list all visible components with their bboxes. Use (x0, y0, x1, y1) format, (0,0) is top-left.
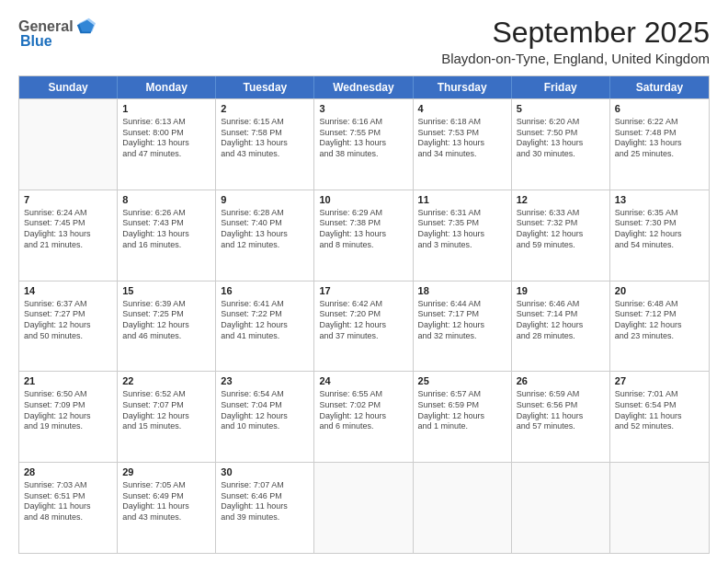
calendar-header: SundayMondayTuesdayWednesdayThursdayFrid… (19, 76, 709, 98)
day-number: 24 (319, 374, 407, 388)
cell-info-line: Sunrise: 6:16 AM (319, 117, 407, 128)
cell-info-line: Daylight: 12 hours (122, 411, 210, 422)
cell-info-line: Daylight: 12 hours (24, 411, 112, 422)
header-day-monday: Monday (118, 76, 216, 98)
cell-info-line: Sunset: 7:09 PM (24, 400, 112, 411)
calendar-cell: 12Sunrise: 6:33 AMSunset: 7:32 PMDayligh… (512, 190, 610, 281)
cell-info-line: Sunset: 7:50 PM (517, 128, 605, 139)
cell-info-line: and 54 minutes. (615, 240, 704, 251)
calendar-cell (414, 463, 512, 553)
cell-info-line: Sunrise: 6:28 AM (221, 208, 309, 219)
day-number: 30 (221, 465, 309, 479)
cell-info-line: Sunset: 7:40 PM (221, 218, 309, 229)
cell-info-line: Sunrise: 6:48 AM (615, 299, 704, 310)
calendar-cell: 14Sunrise: 6:37 AMSunset: 7:27 PMDayligh… (19, 282, 118, 372)
cell-info-line: Sunset: 6:46 PM (221, 491, 309, 502)
day-number: 4 (418, 102, 506, 116)
header-day-thursday: Thursday (414, 76, 512, 98)
cell-info-line: Sunset: 7:58 PM (221, 128, 309, 139)
cell-info-line: and 28 minutes. (517, 331, 605, 342)
calendar-cell: 2Sunrise: 6:15 AMSunset: 7:58 PMDaylight… (216, 99, 314, 190)
cell-info-line: Daylight: 13 hours (122, 229, 210, 240)
cell-info-line: and 10 minutes. (221, 421, 309, 432)
day-number: 13 (615, 193, 704, 207)
cell-info-line: Sunrise: 6:55 AM (319, 389, 407, 400)
cell-info-line: and 38 minutes. (319, 149, 407, 160)
cell-info-line: and 37 minutes. (319, 331, 407, 342)
cell-info-line: Sunrise: 6:41 AM (221, 299, 309, 310)
cell-info-line: Daylight: 13 hours (24, 229, 112, 240)
calendar-cell: 18Sunrise: 6:44 AMSunset: 7:17 PMDayligh… (414, 282, 512, 372)
day-number: 22 (122, 374, 210, 388)
cell-info-line: and 30 minutes. (517, 149, 605, 160)
cell-info-line: Daylight: 11 hours (24, 501, 112, 512)
day-number: 25 (418, 374, 506, 388)
cell-info-line: Sunset: 7:53 PM (418, 128, 506, 139)
cell-info-line: Sunset: 7:48 PM (615, 128, 704, 139)
calendar-cell: 27Sunrise: 7:01 AMSunset: 6:54 PMDayligh… (610, 372, 709, 462)
calendar-cell: 13Sunrise: 6:35 AMSunset: 7:30 PMDayligh… (610, 190, 709, 281)
calendar-cell: 26Sunrise: 6:59 AMSunset: 6:56 PMDayligh… (512, 372, 610, 462)
cell-info-line: Sunrise: 6:35 AM (615, 208, 704, 219)
cell-info-line: Sunrise: 6:46 AM (517, 299, 605, 310)
cell-info-line: and 48 minutes. (24, 512, 112, 523)
cell-info-line: Sunrise: 6:50 AM (24, 389, 112, 400)
cell-info-line: Sunset: 7:12 PM (615, 309, 704, 320)
cell-info-line: and 21 minutes. (24, 240, 112, 251)
calendar-cell: 16Sunrise: 6:41 AMSunset: 7:22 PMDayligh… (216, 282, 314, 372)
day-number: 21 (24, 374, 112, 388)
day-number: 27 (615, 374, 704, 388)
logo: General Blue (18, 17, 96, 50)
day-number: 11 (418, 193, 506, 207)
cell-info-line: Daylight: 12 hours (615, 320, 704, 331)
cell-info-line: Sunset: 7:43 PM (122, 218, 210, 229)
cell-info-line: Daylight: 12 hours (221, 320, 309, 331)
calendar-row: 28Sunrise: 7:03 AMSunset: 6:51 PMDayligh… (19, 462, 709, 553)
cell-info-line: and 57 minutes. (517, 421, 605, 432)
cell-info-line: Sunrise: 6:52 AM (122, 389, 210, 400)
day-number: 10 (319, 193, 407, 207)
calendar-cell (19, 99, 118, 190)
cell-info-line: Sunrise: 6:18 AM (418, 117, 506, 128)
cell-info-line: Sunset: 6:54 PM (615, 400, 704, 411)
calendar-cell: 9Sunrise: 6:28 AMSunset: 7:40 PMDaylight… (216, 190, 314, 281)
cell-info-line: Sunset: 7:45 PM (24, 218, 112, 229)
cell-info-line: Sunrise: 6:42 AM (319, 299, 407, 310)
header-day-tuesday: Tuesday (216, 76, 314, 98)
cell-info-line: and 8 minutes. (319, 240, 407, 251)
cell-info-line: Sunset: 6:51 PM (24, 491, 112, 502)
cell-info-line: Sunrise: 6:57 AM (418, 389, 506, 400)
calendar-row: 7Sunrise: 6:24 AMSunset: 7:45 PMDaylight… (19, 190, 709, 281)
calendar-body: 1Sunrise: 6:13 AMSunset: 8:00 PMDaylight… (19, 98, 709, 553)
cell-info-line: Sunrise: 6:44 AM (418, 299, 506, 310)
month-title: September 2025 (441, 17, 710, 49)
header-day-sunday: Sunday (19, 76, 118, 98)
calendar-cell: 19Sunrise: 6:46 AMSunset: 7:14 PMDayligh… (512, 282, 610, 372)
cell-info-line: Sunset: 7:32 PM (517, 218, 605, 229)
cell-info-line: Sunrise: 6:33 AM (517, 208, 605, 219)
cell-info-line: Sunrise: 6:15 AM (221, 117, 309, 128)
cell-info-line: Sunset: 7:38 PM (319, 218, 407, 229)
cell-info-line: Daylight: 13 hours (319, 138, 407, 149)
calendar-cell: 20Sunrise: 6:48 AMSunset: 7:12 PMDayligh… (610, 282, 709, 372)
cell-info-line: Daylight: 13 hours (418, 229, 506, 240)
cell-info-line: and 19 minutes. (24, 421, 112, 432)
cell-info-line: and 16 minutes. (122, 240, 210, 251)
cell-info-line: Sunset: 7:35 PM (418, 218, 506, 229)
cell-info-line: Daylight: 12 hours (517, 229, 605, 240)
cell-info-line: Sunrise: 6:39 AM (122, 299, 210, 310)
cell-info-line: Sunset: 7:27 PM (24, 309, 112, 320)
cell-info-line: Sunrise: 7:01 AM (615, 389, 704, 400)
cell-info-line: Sunrise: 7:05 AM (122, 480, 210, 491)
logo-icon (75, 17, 96, 37)
cell-info-line: and 52 minutes. (615, 421, 704, 432)
calendar-cell: 25Sunrise: 6:57 AMSunset: 6:59 PMDayligh… (414, 372, 512, 462)
header: General Blue September 2025 Blaydon-on-T… (18, 17, 710, 66)
cell-info-line: Sunrise: 7:03 AM (24, 480, 112, 491)
calendar-cell (610, 463, 709, 553)
cell-info-line: Sunrise: 6:37 AM (24, 299, 112, 310)
calendar-row: 14Sunrise: 6:37 AMSunset: 7:27 PMDayligh… (19, 281, 709, 372)
page: General Blue September 2025 Blaydon-on-T… (0, 0, 728, 563)
cell-info-line: Sunrise: 6:20 AM (517, 117, 605, 128)
header-day-saturday: Saturday (610, 76, 709, 98)
